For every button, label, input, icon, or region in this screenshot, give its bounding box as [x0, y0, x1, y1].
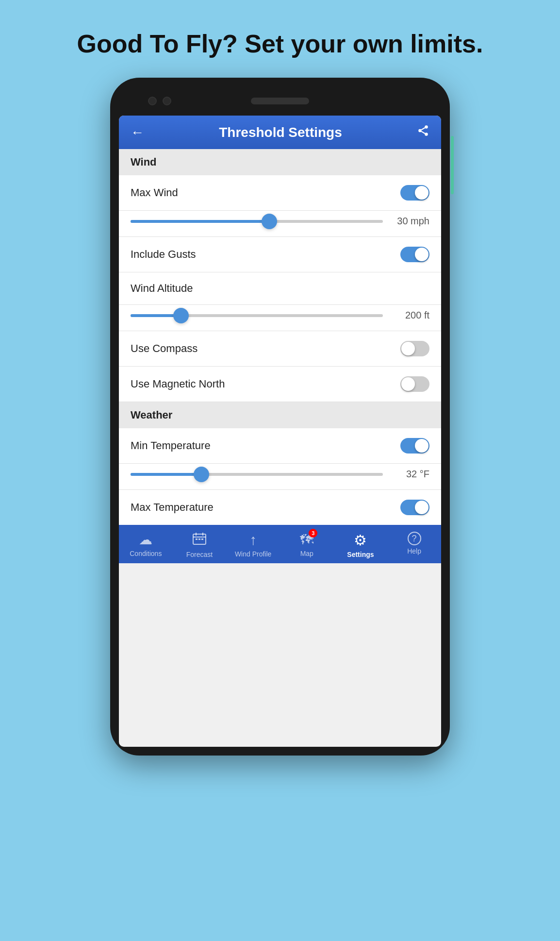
max-wind-thumb[interactable] [262, 214, 277, 229]
min-temperature-label: Min Temperature [131, 439, 211, 452]
use-compass-knob [401, 342, 415, 355]
phone-frame: ← Threshold Settings Wind M [110, 78, 450, 756]
use-compass-toggle[interactable] [400, 341, 429, 356]
svg-point-1 [418, 129, 422, 133]
max-wind-toggle[interactable] [400, 185, 429, 201]
app-bar: ← Threshold Settings [119, 116, 441, 149]
svg-rect-9 [196, 538, 198, 540]
svg-point-0 [425, 125, 428, 129]
svg-point-2 [425, 133, 428, 136]
svg-rect-11 [201, 538, 203, 540]
forecast-label: Forecast [186, 551, 213, 558]
help-label: Help [407, 547, 421, 555]
max-wind-fill [131, 220, 269, 223]
max-wind-slider-row: 30 mph [119, 211, 441, 237]
headline: Good To Fly? Set your own limits. [77, 29, 483, 58]
wind-profile-label: Wind Profile [235, 550, 271, 558]
nav-forecast[interactable]: Forecast [180, 532, 219, 558]
setting-wind-altitude: Wind Altitude [119, 272, 441, 305]
svg-line-3 [421, 132, 425, 134]
use-magnetic-north-knob [401, 377, 415, 391]
include-gusts-knob [415, 248, 428, 261]
share-button[interactable] [417, 124, 429, 140]
nav-map[interactable]: 🗺 3 Map [287, 532, 326, 558]
setting-use-compass: Use Compass [119, 331, 441, 367]
forecast-icon [192, 532, 207, 549]
setting-max-temperature: Max Temperature [119, 490, 441, 525]
use-compass-label: Use Compass [131, 342, 198, 355]
max-temperature-knob [415, 501, 428, 514]
conditions-icon: ☁ [139, 532, 152, 548]
nav-wind-profile[interactable]: ↑ Wind Profile [234, 532, 273, 558]
include-gusts-toggle[interactable] [400, 247, 429, 262]
max-temperature-label: Max Temperature [131, 501, 214, 514]
min-temperature-slider[interactable] [131, 473, 383, 476]
nav-help[interactable]: ? Help [395, 532, 434, 558]
section-wind-header: Wind [119, 149, 441, 175]
camera-right [163, 97, 171, 105]
back-button[interactable]: ← [131, 125, 144, 140]
scrollbar[interactable] [451, 136, 454, 194]
help-icon: ? [408, 532, 421, 545]
conditions-label: Conditions [130, 550, 162, 557]
svg-rect-10 [198, 538, 200, 540]
wind-altitude-label: Wind Altitude [131, 282, 193, 295]
setting-max-wind: Max Wind [119, 175, 441, 211]
nav-settings[interactable]: ⚙ Settings [341, 532, 380, 558]
setting-use-magnetic-north: Use Magnetic North [119, 367, 441, 402]
max-temperature-toggle[interactable] [400, 500, 429, 515]
min-temperature-fill [131, 473, 201, 476]
phone-body: ← Threshold Settings Wind M [110, 78, 450, 756]
min-temperature-knob [415, 439, 428, 453]
wind-altitude-thumb[interactable] [173, 308, 189, 323]
map-label: Map [300, 550, 313, 557]
map-badge: 3 [309, 529, 317, 538]
max-wind-slider[interactable] [131, 220, 383, 223]
settings-label: Settings [347, 551, 374, 558]
max-wind-value: 30 mph [391, 216, 429, 227]
phone-notch [119, 86, 441, 116]
phone-screen: ← Threshold Settings Wind M [119, 116, 441, 747]
wind-altitude-slider-row: 200 ft [119, 305, 441, 331]
camera-left [148, 97, 157, 105]
svg-line-4 [421, 128, 425, 130]
min-temperature-thumb[interactable] [194, 467, 209, 482]
include-gusts-label: Include Gusts [131, 248, 196, 261]
bottom-nav: ☁ Conditions [119, 525, 441, 563]
phone-speaker [251, 98, 309, 104]
wind-profile-icon: ↑ [249, 532, 257, 548]
nav-conditions[interactable]: ☁ Conditions [126, 532, 165, 558]
map-icon: 🗺 3 [300, 532, 313, 548]
min-temperature-toggle[interactable] [400, 438, 429, 454]
setting-include-gusts: Include Gusts [119, 237, 441, 272]
wind-altitude-value: 200 ft [391, 310, 429, 321]
max-wind-knob [415, 186, 428, 200]
use-magnetic-north-label: Use Magnetic North [131, 378, 225, 390]
min-temperature-value: 32 °F [391, 469, 429, 480]
setting-min-temperature: Min Temperature [119, 428, 441, 464]
max-wind-label: Max Wind [131, 186, 178, 199]
use-magnetic-north-toggle[interactable] [400, 376, 429, 392]
app-bar-title: Threshold Settings [219, 125, 342, 140]
settings-icon: ⚙ [354, 532, 367, 549]
section-weather-header: Weather [119, 402, 441, 428]
wind-altitude-slider[interactable] [131, 314, 383, 317]
min-temperature-slider-row: 32 °F [119, 464, 441, 490]
